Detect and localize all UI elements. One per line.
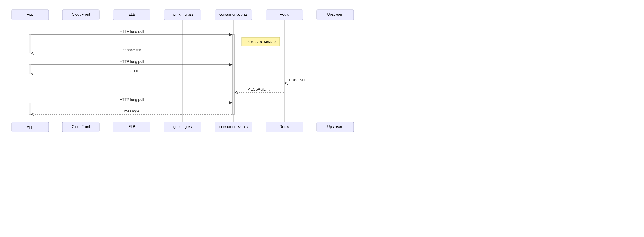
msg-label-1: HTTP long poll bbox=[120, 29, 144, 33]
svg-text:App: App bbox=[27, 125, 34, 129]
msg-label-4: timeout bbox=[126, 69, 138, 73]
svg-text:Redis: Redis bbox=[280, 12, 289, 16]
msg-label-3: HTTP long poll bbox=[120, 60, 144, 63]
activation-app-3 bbox=[29, 103, 31, 114]
sequence-diagram: App CloudFront ELB nginx-ingress consume… bbox=[4, 4, 360, 136]
participant-box-bottom-elb: ELB bbox=[113, 122, 150, 132]
participant-box-top-cloudfront: CloudFront bbox=[62, 10, 100, 20]
svg-text:socket.io session: socket.io session bbox=[244, 40, 278, 44]
msg-label-5: PUBLISH ... bbox=[289, 78, 309, 82]
participant-box-bottom-app: App bbox=[12, 122, 48, 132]
svg-text:nginx-ingress: nginx-ingress bbox=[172, 12, 194, 16]
participant-box-bottom-consumer-events: consumer-events bbox=[215, 122, 252, 132]
participant-box-bottom-upstream: Upstream bbox=[317, 122, 354, 132]
participant-box-top-consumer-events: consumer-events bbox=[215, 10, 252, 20]
activation-consumer-events bbox=[232, 35, 234, 114]
note-socketio-session: socket.io session bbox=[242, 37, 280, 46]
participant-box-bottom-redis: Redis bbox=[266, 122, 303, 132]
activation-app-1 bbox=[29, 35, 31, 53]
participant-box-top-app: App bbox=[12, 10, 48, 20]
svg-text:Upstream: Upstream bbox=[327, 12, 343, 16]
msg-label-8: message bbox=[124, 109, 140, 113]
svg-text:consumer-events: consumer-events bbox=[219, 12, 248, 16]
participant-box-top-upstream: Upstream bbox=[317, 10, 354, 20]
msg-label-6: MESSAGE ... bbox=[247, 87, 270, 91]
svg-text:Redis: Redis bbox=[280, 125, 289, 129]
svg-text:CloudFront: CloudFront bbox=[72, 12, 90, 16]
svg-text:consumer-events: consumer-events bbox=[219, 125, 248, 129]
svg-text:nginx-ingress: nginx-ingress bbox=[172, 125, 194, 129]
svg-text:App: App bbox=[27, 12, 34, 16]
msg-label-2: connected! bbox=[123, 48, 141, 52]
svg-text:CloudFront: CloudFront bbox=[72, 125, 90, 129]
participant-box-top-elb: ELB bbox=[113, 10, 150, 20]
msg-label-7: HTTP long poll bbox=[120, 98, 144, 102]
svg-text:ELB: ELB bbox=[128, 125, 135, 129]
participant-box-bottom-cloudfront: CloudFront bbox=[62, 122, 100, 132]
participant-box-bottom-nginx-ingress: nginx-ingress bbox=[164, 122, 201, 132]
participant-box-top-nginx-ingress: nginx-ingress bbox=[164, 10, 201, 20]
participant-box-top-redis: Redis bbox=[266, 10, 303, 20]
svg-text:Upstream: Upstream bbox=[327, 125, 343, 129]
svg-text:ELB: ELB bbox=[128, 12, 135, 16]
activation-app-2 bbox=[29, 65, 31, 74]
